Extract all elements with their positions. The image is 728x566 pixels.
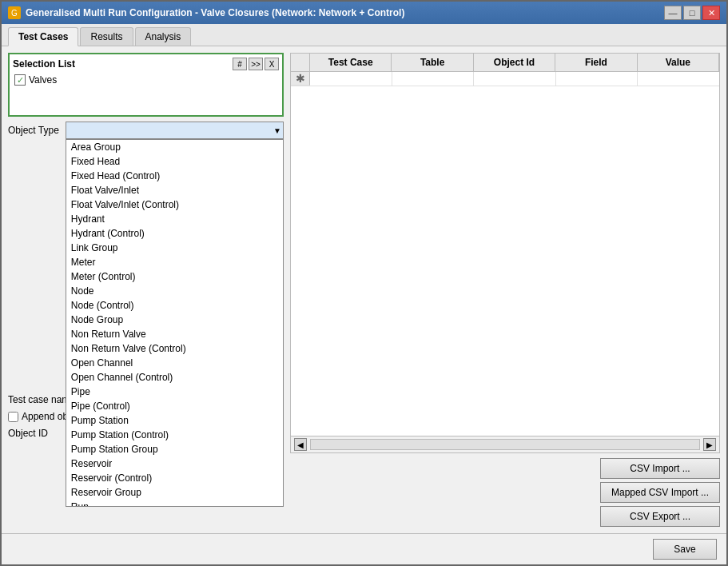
dropdown-item[interactable]: Pump Station Group: [66, 442, 283, 456]
arrows-button[interactable]: >>: [249, 58, 263, 70]
object-type-label: Object Type: [8, 125, 59, 136]
csv-export-button[interactable]: CSV Export ...: [600, 506, 720, 527]
valves-checkbox[interactable]: ✓: [14, 74, 26, 86]
data-table-body: ✱: [291, 72, 719, 436]
selection-item: ✓ Valves: [13, 74, 279, 86]
dropdown-item[interactable]: Pump Station: [66, 413, 283, 428]
maximize-button[interactable]: □: [683, 6, 701, 20]
new-row-cell2[interactable]: [392, 72, 475, 86]
right-panel: Test Case Table Object Id Field Value ✱: [290, 53, 720, 527]
dropdown-item[interactable]: Node: [66, 284, 283, 298]
dropdown-item[interactable]: Meter (Control): [66, 269, 283, 284]
dropdown-item[interactable]: Non Return Valve: [66, 327, 283, 341]
dropdown-item[interactable]: Link Group: [66, 241, 283, 255]
tab-analysis[interactable]: Analysis: [135, 27, 192, 46]
dropdown-item[interactable]: Fixed Head: [66, 154, 283, 169]
close-selection-button[interactable]: X: [265, 58, 279, 70]
tabs-bar: Test Cases Results Analysis: [2, 24, 726, 46]
close-button[interactable]: ✕: [702, 6, 720, 20]
minimize-button[interactable]: —: [664, 6, 682, 20]
dropdown-item[interactable]: Fixed Head (Control): [66, 169, 283, 183]
dropdown-item[interactable]: Float Valve/Inlet: [66, 183, 283, 197]
new-row-cell5[interactable]: [638, 72, 719, 86]
dropdown-item[interactable]: Hydrant (Control): [66, 226, 283, 241]
dropdown-item[interactable]: Pump Station (Control): [66, 428, 283, 442]
dropdown-item[interactable]: Pipe (Control): [66, 399, 283, 413]
dropdown-item[interactable]: Reservoir Group: [66, 485, 283, 500]
object-type-dropdown[interactable]: ▼: [66, 122, 284, 139]
object-type-dropdown-list[interactable]: Area Group Fixed Head Fixed Head (Contro…: [66, 139, 284, 507]
selection-list-header: Selection List # >> X: [13, 58, 279, 70]
dropdown-item[interactable]: Node Group: [66, 313, 283, 327]
main-window: G Generalised Multi Run Configuration - …: [0, 0, 728, 566]
new-row-cell4[interactable]: [556, 72, 638, 86]
bottom-bar: Save: [2, 533, 726, 564]
horizontal-scrollbar[interactable]: [310, 439, 700, 450]
scroll-left-button[interactable]: ◀: [294, 438, 307, 451]
app-icon: G: [8, 6, 21, 19]
append-object-checkbox[interactable]: [8, 412, 18, 422]
tab-results[interactable]: Results: [80, 27, 133, 46]
scroll-right-button[interactable]: ▶: [703, 438, 716, 451]
main-content: Selection List # >> X ✓ Valves Object Ty…: [2, 46, 726, 533]
dropdown-item[interactable]: Run: [66, 500, 283, 507]
data-table: Test Case Table Object Id Field Value ✱: [290, 53, 720, 453]
csv-import-button[interactable]: CSV Import ...: [600, 458, 720, 479]
save-button[interactable]: Save: [653, 539, 717, 560]
object-type-section: Object Type ▼ Area Group Fixed Head Fixe…: [8, 122, 284, 139]
dropdown-item[interactable]: Pipe: [66, 385, 283, 399]
table-row-new: ✱: [291, 72, 719, 86]
dropdown-item[interactable]: Node (Control): [66, 298, 283, 313]
hash-button[interactable]: #: [233, 58, 247, 70]
left-panel: Selection List # >> X ✓ Valves Object Ty…: [8, 53, 284, 527]
dropdown-item[interactable]: Meter: [66, 255, 283, 269]
valves-label: Valves: [29, 74, 57, 86]
header-object-id: Object Id: [474, 54, 555, 71]
dropdown-item[interactable]: Hydrant: [66, 212, 283, 226]
dropdown-item[interactable]: Float Valve/Inlet (Control): [66, 197, 283, 212]
selection-list-label: Selection List: [13, 58, 75, 70]
selection-list-box: Selection List # >> X ✓ Valves: [8, 53, 284, 117]
dropdown-item[interactable]: Reservoir: [66, 456, 283, 471]
action-buttons: CSV Import ... Mapped CSV Import ... CSV…: [290, 458, 720, 527]
new-row-cell3[interactable]: [474, 72, 556, 86]
window-title: Generalised Multi Run Configuration - Va…: [26, 7, 404, 18]
selection-list-controls: # >> X: [233, 58, 279, 70]
dropdown-arrow-icon: ▼: [273, 126, 281, 135]
header-value: Value: [638, 54, 719, 71]
title-bar: G Generalised Multi Run Configuration - …: [2, 2, 726, 24]
object-type-dropdown-container: ▼ Area Group Fixed Head Fixed Head (Cont…: [66, 122, 284, 139]
new-row-cell1[interactable]: [310, 72, 392, 86]
header-marker-col: [291, 54, 310, 71]
header-test-case: Test Case: [310, 54, 392, 71]
header-table: Table: [392, 54, 473, 71]
dropdown-item[interactable]: Area Group: [66, 140, 283, 154]
mapped-csv-import-button[interactable]: Mapped CSV Import ...: [600, 482, 720, 503]
new-row-marker: ✱: [291, 72, 310, 86]
table-scrollbar: ◀ ▶: [291, 436, 719, 452]
dropdown-item[interactable]: Open Channel: [66, 356, 283, 370]
dropdown-item[interactable]: Non Return Valve (Control): [66, 341, 283, 356]
data-table-header: Test Case Table Object Id Field Value: [291, 54, 719, 72]
dropdown-item[interactable]: Open Channel (Control): [66, 370, 283, 385]
dropdown-item[interactable]: Reservoir (Control): [66, 471, 283, 485]
header-field: Field: [555, 54, 637, 71]
tab-test-cases[interactable]: Test Cases: [8, 27, 78, 46]
